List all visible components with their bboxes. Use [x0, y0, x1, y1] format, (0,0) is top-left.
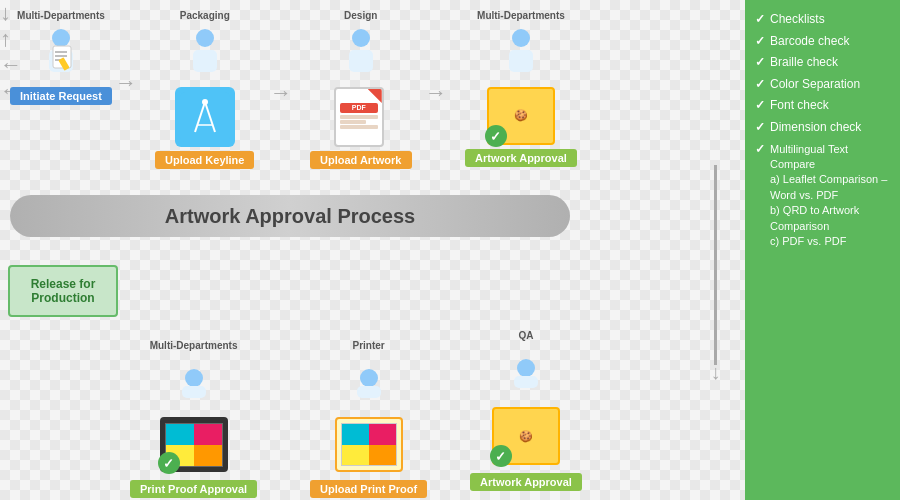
person-icon-4 — [491, 23, 551, 83]
svg-point-7 — [196, 29, 214, 47]
role-label: Packaging — [180, 10, 230, 21]
svg-point-20 — [360, 369, 378, 387]
node-artwork-approval-top: Multi-Departments 🍪 ✓ Artwork Approval — [465, 10, 577, 167]
monitor-with-swatches: ✓ — [160, 417, 228, 472]
person-icon-6 — [339, 353, 399, 413]
svg-point-14 — [352, 29, 370, 47]
sidebar-item-multilingual: ✓ Multilingual Text Comparea) Leaflet Co… — [755, 142, 890, 250]
role-label: Multi-Departments — [17, 10, 105, 21]
node-label-keyline: Upload Keyline — [155, 151, 254, 169]
check-icon: ✓ — [755, 77, 765, 93]
node-print-proof-approval: Multi-Departments — [130, 340, 257, 498]
arrow-3-4 — [425, 80, 447, 106]
print-preview — [341, 423, 397, 466]
person-icon-3 — [331, 23, 391, 83]
check-icon: ✓ — [755, 98, 765, 114]
node-initiate-request: Multi-Departments Initiate Request — [10, 10, 112, 105]
role-label: Printer — [352, 340, 384, 351]
svg-point-12 — [202, 99, 208, 105]
person-icon-5 — [164, 353, 224, 413]
approved-check-qa: ✓ — [490, 445, 512, 467]
main-content: ✓ Checklists ✓ Barcode check ✓ Braille c… — [0, 0, 900, 500]
sidebar-item-dimension: ✓ Dimension check — [755, 120, 890, 136]
svg-rect-15 — [349, 50, 373, 72]
approved-check-bottom: ✓ — [158, 452, 180, 474]
svg-point-18 — [185, 369, 203, 387]
process-title: Artwork Approval Process — [165, 205, 415, 228]
keyline-icon — [175, 87, 235, 147]
svg-rect-23 — [514, 376, 538, 388]
person-icon-1 — [31, 23, 91, 83]
swatch-orange — [194, 445, 222, 466]
upload-print-icon — [335, 417, 403, 472]
process-area: Artwork Approval Process Multi-Departmen… — [0, 0, 735, 500]
svg-rect-17 — [509, 50, 533, 72]
check-icon: ✓ — [755, 120, 765, 136]
sidebar-item-checklists: ✓ Checklists — [755, 12, 890, 28]
svg-rect-21 — [357, 386, 381, 398]
svg-rect-8 — [193, 50, 217, 72]
node-upload-artwork: Design PDF Upload — [310, 10, 412, 169]
check-icon: ✓ — [755, 12, 765, 28]
role-label: Design — [344, 10, 377, 21]
node-upload-keyline: Packaging Upload Keyline — [155, 10, 254, 169]
check-icon: ✓ — [755, 55, 765, 71]
person-icon-2 — [175, 23, 235, 83]
check-icon: ✓ — [755, 34, 765, 50]
svg-point-0 — [52, 29, 70, 47]
role-label: QA — [518, 330, 533, 341]
node-upload-print-proof: Printer — [310, 340, 427, 498]
person-icon-7 — [496, 343, 556, 403]
node-label-upload-print: Upload Print Proof — [310, 480, 427, 498]
node-artwork-approval-qa: QA 🍪 ✓ Artwork Approval — [470, 330, 582, 491]
release-label: Release for Production — [31, 277, 96, 305]
arrow-2-3 — [270, 80, 292, 106]
sidebar-item-font: ✓ Font check — [755, 98, 890, 114]
sidebar-item-color-sep: ✓ Color Separation — [755, 77, 890, 93]
swatch-cyan — [166, 424, 194, 445]
node-label-artwork-approval-qa: Artwork Approval — [470, 473, 582, 491]
sidebar-item-barcode: ✓ Barcode check — [755, 34, 890, 50]
node-label-initiate: Initiate Request — [10, 87, 112, 105]
role-label: Multi-Departments — [477, 10, 565, 21]
role-label: Multi-Departments — [150, 340, 238, 351]
svg-rect-19 — [182, 386, 206, 398]
node-label-artwork-approval: Artwork Approval — [465, 149, 577, 167]
check-icon: ✓ — [755, 142, 765, 158]
svg-point-22 — [517, 359, 535, 377]
node-label-artwork: Upload Artwork — [310, 151, 412, 169]
svg-point-16 — [512, 29, 530, 47]
title-banner: Artwork Approval Process — [10, 195, 570, 237]
artwork-package-qa: 🍪 ✓ — [492, 407, 560, 465]
upload-box — [335, 417, 403, 472]
swatch-magenta — [194, 424, 222, 445]
vertical-connector: ↓ — [714, 165, 717, 385]
release-for-production-box: Release for Production — [8, 265, 118, 317]
sidebar-item-braille: ✓ Braille check — [755, 55, 890, 71]
node-label-print-proof: Print Proof Approval — [130, 480, 257, 498]
approved-check: ✓ — [485, 125, 507, 147]
vertical-line — [714, 165, 717, 365]
sidebar-panel: ✓ Checklists ✓ Barcode check ✓ Braille c… — [745, 0, 900, 500]
arrow-1-2 — [115, 70, 137, 96]
pdf-icon: PDF — [334, 87, 388, 149]
arrow-down-icon: ↓ — [711, 361, 721, 384]
artwork-package-top: 🍪 ✓ — [487, 87, 555, 145]
